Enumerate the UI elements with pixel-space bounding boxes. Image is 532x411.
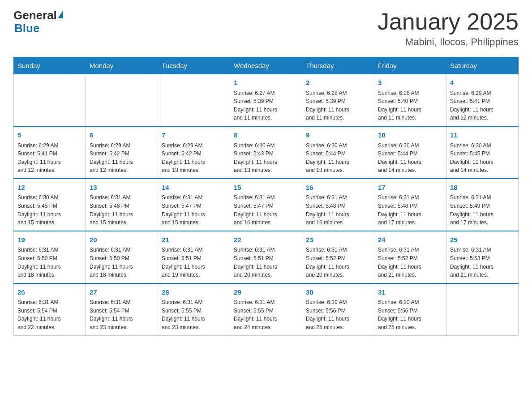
- day-number: 12: [17, 183, 82, 193]
- logo-line2: Blue: [14, 22, 39, 35]
- day-info: Sunrise: 6:31 AMSunset: 5:48 PMDaylight:…: [378, 193, 442, 227]
- calendar-cell: 16Sunrise: 6:31 AMSunset: 5:48 PMDayligh…: [302, 179, 374, 231]
- day-info: Sunrise: 6:29 AMSunset: 5:41 PMDaylight:…: [450, 89, 515, 122]
- day-number: 29: [234, 287, 298, 298]
- calendar-cell: 19Sunrise: 6:31 AMSunset: 5:50 PMDayligh…: [14, 231, 86, 283]
- day-number: 31: [378, 287, 442, 298]
- day-info: Sunrise: 6:30 AMSunset: 5:43 PMDaylight:…: [234, 141, 298, 175]
- day-number: 24: [378, 235, 442, 245]
- day-info: Sunrise: 6:31 AMSunset: 5:51 PMDaylight:…: [234, 246, 298, 279]
- calendar-week-row: 12Sunrise: 6:30 AMSunset: 5:45 PMDayligh…: [14, 179, 519, 231]
- day-info: Sunrise: 6:30 AMSunset: 5:56 PMDaylight:…: [378, 298, 442, 331]
- day-number: 6: [90, 130, 154, 141]
- day-info: Sunrise: 6:28 AMSunset: 5:40 PMDaylight:…: [378, 89, 442, 122]
- day-info: Sunrise: 6:31 AMSunset: 5:50 PMDaylight:…: [17, 246, 82, 279]
- day-info: Sunrise: 6:29 AMSunset: 5:42 PMDaylight:…: [162, 141, 226, 175]
- logo-line1: General: [13, 9, 65, 22]
- day-number: 8: [234, 130, 298, 141]
- day-number: 21: [162, 235, 226, 245]
- day-number: 7: [162, 130, 226, 141]
- day-number: 25: [450, 235, 515, 245]
- calendar-cell: 30Sunrise: 6:30 AMSunset: 5:56 PMDayligh…: [302, 283, 374, 335]
- day-number: 13: [90, 183, 154, 193]
- day-number: 3: [378, 78, 442, 88]
- day-info: Sunrise: 6:31 AMSunset: 5:47 PMDaylight:…: [162, 193, 226, 227]
- calendar-cell: 10Sunrise: 6:30 AMSunset: 5:44 PMDayligh…: [374, 126, 446, 179]
- calendar-header-sunday: Sunday: [14, 57, 86, 74]
- calendar-week-row: 1Sunrise: 6:27 AMSunset: 5:39 PMDaylight…: [14, 74, 519, 126]
- day-info: Sunrise: 6:31 AMSunset: 5:52 PMDaylight:…: [306, 246, 370, 279]
- day-number: 11: [450, 130, 515, 141]
- calendar-cell: 22Sunrise: 6:31 AMSunset: 5:51 PMDayligh…: [230, 231, 302, 283]
- calendar-cell: 29Sunrise: 6:31 AMSunset: 5:55 PMDayligh…: [230, 283, 302, 335]
- calendar-cell: 5Sunrise: 6:29 AMSunset: 5:41 PMDaylight…: [14, 126, 86, 179]
- calendar-cell: [446, 283, 519, 335]
- day-number: 27: [90, 287, 154, 298]
- day-info: Sunrise: 6:30 AMSunset: 5:44 PMDaylight:…: [306, 141, 370, 175]
- day-number: 20: [90, 235, 154, 245]
- calendar-cell: [86, 74, 158, 126]
- calendar-header-tuesday: Tuesday: [158, 57, 230, 74]
- calendar-cell: 15Sunrise: 6:31 AMSunset: 5:47 PMDayligh…: [230, 179, 302, 231]
- day-info: Sunrise: 6:30 AMSunset: 5:56 PMDaylight:…: [306, 298, 370, 331]
- day-info: Sunrise: 6:31 AMSunset: 5:48 PMDaylight:…: [306, 193, 370, 227]
- calendar-cell: 17Sunrise: 6:31 AMSunset: 5:48 PMDayligh…: [374, 179, 446, 231]
- day-info: Sunrise: 6:31 AMSunset: 5:47 PMDaylight:…: [234, 193, 298, 227]
- page-header: General Blue January 2025 Mabini, Ilocos…: [13, 9, 519, 48]
- calendar-cell: 3Sunrise: 6:28 AMSunset: 5:40 PMDaylight…: [374, 74, 446, 126]
- day-info: Sunrise: 6:30 AMSunset: 5:45 PMDaylight:…: [450, 141, 515, 175]
- title-section: January 2025 Mabini, Ilocos, Philippines: [378, 9, 519, 48]
- day-number: 16: [306, 183, 370, 193]
- calendar-table: SundayMondayTuesdayWednesdayThursdayFrid…: [13, 57, 519, 335]
- calendar-header-saturday: Saturday: [446, 57, 519, 74]
- day-info: Sunrise: 6:31 AMSunset: 5:51 PMDaylight:…: [162, 246, 226, 279]
- day-number: 28: [162, 287, 226, 298]
- location-title: Mabini, Ilocos, Philippines: [378, 36, 519, 48]
- calendar-cell: [158, 74, 230, 126]
- day-info: Sunrise: 6:31 AMSunset: 5:53 PMDaylight:…: [450, 246, 515, 279]
- day-info: Sunrise: 6:28 AMSunset: 5:39 PMDaylight:…: [306, 89, 370, 122]
- calendar-cell: 14Sunrise: 6:31 AMSunset: 5:47 PMDayligh…: [158, 179, 230, 231]
- day-number: 2: [306, 78, 370, 88]
- calendar-week-row: 19Sunrise: 6:31 AMSunset: 5:50 PMDayligh…: [14, 231, 519, 283]
- day-info: Sunrise: 6:27 AMSunset: 5:39 PMDaylight:…: [234, 89, 298, 122]
- calendar-cell: 6Sunrise: 6:29 AMSunset: 5:42 PMDaylight…: [86, 126, 158, 179]
- day-info: Sunrise: 6:31 AMSunset: 5:50 PMDaylight:…: [90, 246, 154, 279]
- day-info: Sunrise: 6:31 AMSunset: 5:55 PMDaylight:…: [234, 298, 298, 331]
- day-info: Sunrise: 6:31 AMSunset: 5:54 PMDaylight:…: [90, 298, 154, 331]
- calendar-cell: 27Sunrise: 6:31 AMSunset: 5:54 PMDayligh…: [86, 283, 158, 335]
- calendar-cell: 2Sunrise: 6:28 AMSunset: 5:39 PMDaylight…: [302, 74, 374, 126]
- day-info: Sunrise: 6:31 AMSunset: 5:46 PMDaylight:…: [90, 193, 154, 227]
- day-number: 23: [306, 235, 370, 245]
- day-number: 10: [378, 130, 442, 141]
- day-number: 15: [234, 183, 298, 193]
- calendar-cell: 1Sunrise: 6:27 AMSunset: 5:39 PMDaylight…: [230, 74, 302, 126]
- calendar-header-friday: Friday: [374, 57, 446, 74]
- calendar-cell: 31Sunrise: 6:30 AMSunset: 5:56 PMDayligh…: [374, 283, 446, 335]
- calendar-cell: 20Sunrise: 6:31 AMSunset: 5:50 PMDayligh…: [86, 231, 158, 283]
- calendar-cell: 21Sunrise: 6:31 AMSunset: 5:51 PMDayligh…: [158, 231, 230, 283]
- day-number: 18: [450, 183, 515, 193]
- day-info: Sunrise: 6:31 AMSunset: 5:49 PMDaylight:…: [450, 193, 515, 227]
- calendar-cell: 4Sunrise: 6:29 AMSunset: 5:41 PMDaylight…: [446, 74, 519, 126]
- day-info: Sunrise: 6:31 AMSunset: 5:52 PMDaylight:…: [378, 246, 442, 279]
- calendar-cell: 26Sunrise: 6:31 AMSunset: 5:54 PMDayligh…: [14, 283, 86, 335]
- day-number: 19: [17, 235, 82, 245]
- calendar-cell: 11Sunrise: 6:30 AMSunset: 5:45 PMDayligh…: [446, 126, 519, 179]
- day-number: 30: [306, 287, 370, 298]
- calendar-cell: 28Sunrise: 6:31 AMSunset: 5:55 PMDayligh…: [158, 283, 230, 335]
- logo-general-text: General: [13, 9, 57, 22]
- day-info: Sunrise: 6:31 AMSunset: 5:54 PMDaylight:…: [17, 298, 82, 331]
- calendar-header-thursday: Thursday: [302, 57, 374, 74]
- day-info: Sunrise: 6:30 AMSunset: 5:44 PMDaylight:…: [378, 141, 442, 175]
- calendar-cell: 9Sunrise: 6:30 AMSunset: 5:44 PMDaylight…: [302, 126, 374, 179]
- calendar-header-row: SundayMondayTuesdayWednesdayThursdayFrid…: [14, 57, 519, 74]
- day-number: 14: [162, 183, 226, 193]
- calendar-cell: 24Sunrise: 6:31 AMSunset: 5:52 PMDayligh…: [374, 231, 446, 283]
- day-info: Sunrise: 6:31 AMSunset: 5:55 PMDaylight:…: [162, 298, 226, 331]
- day-number: 17: [378, 183, 442, 193]
- calendar-header-monday: Monday: [86, 57, 158, 74]
- day-number: 9: [306, 130, 370, 141]
- calendar-cell: 8Sunrise: 6:30 AMSunset: 5:43 PMDaylight…: [230, 126, 302, 179]
- calendar-cell: 18Sunrise: 6:31 AMSunset: 5:49 PMDayligh…: [446, 179, 519, 231]
